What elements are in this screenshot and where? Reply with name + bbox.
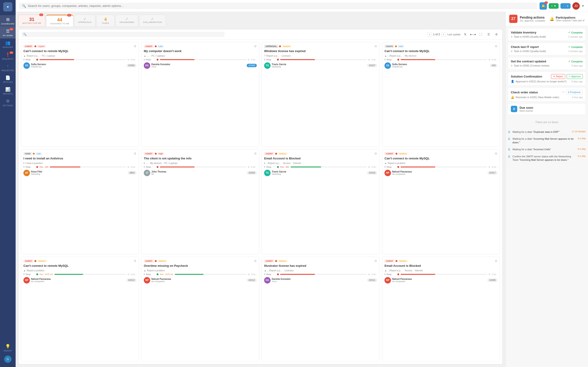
card-c11[interactable]: AGENT Medium ⚙ Illustrator license has e… — [262, 257, 380, 362]
fresp-bar — [175, 274, 204, 275]
waiting-link[interactable]: "Incoming Mail Server appears to be down… — [512, 137, 573, 144]
waiting-text: Confirm the SMTP server status with the … — [512, 155, 576, 162]
user-company: Marketing — [31, 173, 42, 175]
notifications-btn[interactable]: 🔔 1 — [540, 2, 547, 10]
add-btn[interactable]: + ▼ — [549, 3, 559, 9]
postpone-btn[interactable]: ℹ Postpone — [566, 90, 583, 95]
tab-tasks[interactable]: 4 TASKS — [96, 15, 115, 27]
card-c6[interactable]: AGENT High ⚙ The client is not updating … — [141, 149, 259, 254]
card-num: #2450 — [126, 64, 137, 67]
sidebar-item-user[interactable]: G — [0, 354, 16, 365]
list-view-btn[interactable]: ☰ — [485, 31, 492, 38]
search-input[interactable] — [28, 4, 535, 8]
no-items-label: There are no items — [508, 116, 586, 128]
card-c12[interactable]: AGENT Medium ⚙ Email Account is Blocked … — [382, 257, 500, 362]
fresp-bar-wrap — [175, 274, 247, 275]
reject-btn[interactable]: ✕ Reject — [551, 74, 565, 79]
action-time: 8 days ago — [571, 80, 583, 83]
tag-dot — [275, 260, 277, 262]
last-update-label: Last update — [447, 33, 461, 36]
card-c3[interactable]: APPROVAL Medium ⚙ Windows license has ex… — [262, 42, 380, 147]
card-c9[interactable]: AGENT Medium ⚙ Can't connect to remote M… — [21, 257, 139, 362]
card-gear-btn[interactable]: ⚙ — [254, 44, 257, 48]
meta-text: I have a question — [25, 162, 43, 165]
sort-btn[interactable]: ⇅ — [462, 31, 468, 38]
card-user: NP Nahuel Panzarasa No companies — [23, 277, 51, 284]
glasses-btn[interactable]: 👓 0 — [561, 3, 571, 9]
user-company: Marketing — [272, 173, 286, 175]
sidebar-item-manager[interactable]: 👥 MANAGER — [0, 39, 16, 50]
user-menu-arrow[interactable]: ▼ — [582, 4, 584, 8]
fresp-bar-wrap — [40, 59, 126, 60]
card-gear-btn[interactable]: ⚙ — [254, 259, 257, 263]
tab-unassigned[interactable]: ✓ UNASSIGNED — [115, 15, 138, 27]
card-gear-btn[interactable]: ⚙ — [495, 152, 498, 155]
settings-btn[interactable]: ⚙ — [493, 31, 500, 38]
card-gear-btn[interactable]: ⚙ — [495, 44, 498, 48]
card-c2[interactable]: AGENT Low ⚙ My computer doesn't work ▲ .… — [141, 42, 259, 147]
card-c8[interactable]: AGENT Medium ⚙ Can't connect to remote M… — [382, 149, 500, 254]
sidebar-item-requested[interactable]: ↑ REQUESTED — [0, 62, 16, 73]
priority-tag: Low — [398, 45, 404, 48]
tab-waiting[interactable]: 12 31 WAITING FOR ME — [18, 15, 45, 27]
sidebar-item-reports[interactable]: 📊 REPORTS — [0, 85, 16, 97]
tab-collaboration[interactable]: ✓ COLLABORATION — [139, 15, 166, 27]
sidebar-item-settings[interactable]: ⚙ SETTINGS — [0, 97, 16, 108]
waiting-link[interactable]: "Incorrect Units" — [533, 148, 551, 151]
next-page-btn[interactable]: › — [441, 32, 446, 37]
waiting-time: in a day — [578, 137, 586, 140]
fresp-bar-wrap — [160, 167, 246, 167]
user-avatar[interactable]: JD — [572, 2, 580, 10]
prev-page-btn[interactable]: ‹ — [427, 32, 432, 37]
card-c10[interactable]: AGENT Medium ⚙ Overtime missing on Paych… — [141, 257, 259, 362]
sidebar-item-dashboard[interactable]: ⊞ DASHBOARD — [0, 15, 16, 27]
tab-assigned[interactable]: 13 44 ASSIGNED TO ME — [46, 15, 73, 27]
card-gear-btn[interactable]: ⚙ — [495, 259, 498, 263]
fresp-dot — [36, 166, 38, 168]
sidebar-item-insight[interactable]: 💡 INSIGHT — [0, 342, 16, 354]
card-user: DG Daniela Gonzalez Arcor — [264, 277, 291, 284]
sidebar-item-articles[interactable]: 📄 ARTICLES — [0, 73, 16, 85]
filter-toggle-btn[interactable]: ●—● — [470, 31, 476, 38]
card-c4[interactable]: #23476 Low ⚙ Can't connect to remote MyS… — [382, 42, 500, 147]
card-title: Overtime missing on Paycheck — [144, 264, 257, 268]
sidebar-item-requests[interactable]: 23 ❗ REQUESTS — [0, 50, 16, 62]
card-title: Can't connect to remote MySQL — [23, 49, 137, 53]
tabs-bar: 12 31 WAITING FOR ME 13 44 ASSIGNED TO M… — [18, 15, 502, 27]
work-panel: 12 31 WAITING FOR ME 13 44 ASSIGNED TO M… — [16, 12, 505, 367]
card-tags: AGENT Low — [144, 45, 164, 48]
card-gear-btn[interactable]: ⚙ — [374, 152, 377, 155]
fresp-dot — [277, 166, 279, 168]
user-name: John Thomas — [151, 170, 166, 173]
action-task: ≡ Task in #2582 (Contract review) 5 days… — [511, 64, 583, 67]
card-gear-btn[interactable]: ⚙ — [134, 259, 137, 263]
card-user: NP Nahuel Panzarasa No companies — [144, 277, 171, 284]
user-avatar: AF — [23, 170, 30, 176]
cards-search-input[interactable] — [28, 33, 51, 36]
card-gear-btn[interactable]: ⚙ — [134, 152, 137, 155]
sync-icon: ↻ — [248, 58, 250, 61]
card-footer: TG Travis García Marketing #2427 — [264, 62, 377, 69]
card-progress: F. Resp. ↻ 5 mi... — [144, 58, 257, 61]
card-user: TG Travis García Marketing — [264, 170, 286, 176]
waiting-link[interactable]: "Duplicate data in ERP" — [533, 131, 559, 133]
sidebar-logo[interactable] — [3, 2, 12, 11]
card-c7[interactable]: AGENT Medium ⚙ Email Account is Blocked … — [262, 149, 380, 254]
card-c1[interactable]: AGENT Urgent ⚙ Can't connect to remote M… — [21, 42, 139, 147]
card-gear-btn[interactable]: ⚙ — [254, 152, 257, 155]
sidebar-item-mywork[interactable]: 13 ☰ MY WORK — [0, 27, 16, 39]
card-gear-btn[interactable]: ⚙ — [374, 44, 377, 48]
expand-btn[interactable]: ⛶ — [477, 31, 484, 38]
sync-icon: ↻ — [248, 273, 250, 276]
card-meta: ℹ ...Report a p... ›Access ›Internet — [264, 162, 377, 165]
approve-btn[interactable]: ✓ Approve — [567, 74, 583, 79]
time-label: 5 mi... — [372, 58, 377, 61]
tab-approvals[interactable]: ✓ APPROVALS — [74, 15, 95, 27]
action-list: Validate Inventory ✓ Complete ≡ Task in … — [506, 26, 588, 367]
tab-collaboration-check: ✓ — [151, 17, 154, 21]
time-label: 5 mi... — [131, 166, 137, 168]
waiting-link[interactable]: "Incoming Mail Server appears to be down… — [519, 158, 569, 161]
card-gear-btn[interactable]: ⚙ — [134, 44, 137, 48]
card-c5[interactable]: #2050 Low ⚙ I need to install an Antivir… — [21, 149, 139, 254]
card-gear-btn[interactable]: ⚙ — [374, 259, 377, 263]
